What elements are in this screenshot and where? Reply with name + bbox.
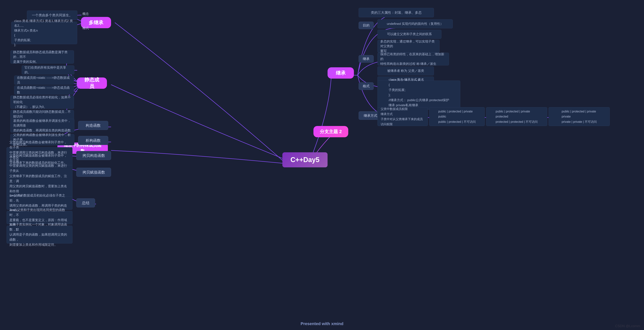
table-col0-text: 父类中数据成员权限 继承方式 子类中对从父类继承下来的成员访问权限 bbox=[381, 106, 425, 127]
sub-jicheng-label: 继承 bbox=[358, 55, 374, 63]
detail-gouzao: 基类的构造函数会被继承并调派生类中，先调用基 类的构造函数，再调用派生类的构造函… bbox=[10, 119, 74, 132]
mindmap-container: C++Day5 多继承 一个类由多个类共同派生。 class 类名:继承方式1 … bbox=[0, 0, 644, 330]
jicheng-jc2: 被继承者 称为 父类／基类 bbox=[378, 66, 434, 75]
mudi-1: undefined 实现代码的面向性（复用性） bbox=[378, 19, 453, 28]
sub-geshi-label: 格式 bbox=[358, 82, 374, 90]
static2-text: 它们在类的所有实例中是共享的。 bbox=[24, 65, 72, 75]
jicheng-jc1: 保持已有类的特性，在原来的基础上，增加新的 特性而构造出新类的过程 称 继承／派… bbox=[378, 53, 449, 65]
table-col2-text: public | protected | private protected p… bbox=[496, 109, 538, 124]
jicheng-table-col1: public | protected | private public publ… bbox=[429, 107, 485, 126]
sub-xigou: 析构函数 bbox=[78, 136, 108, 145]
footer-text: Presented with bbox=[301, 321, 331, 326]
watermark: CSDN @Lcomm bbox=[615, 324, 640, 328]
jingtai-1: 静态数据成员和静态成员函数是属于类的，而不 是属于类的实例。 bbox=[10, 50, 74, 64]
sub-zongji: 总结 bbox=[76, 198, 95, 207]
static1-text: 静态数据成员和静态成员函数是属于类的，而不 是属于类的实例。 bbox=[13, 50, 71, 64]
jicheng-sandaxing: 类的三大属性：封装、继承、多态 bbox=[358, 8, 434, 17]
jingtai-5: 静态数据成员必须在类外初始化，如果不初始化 （不建议），默认为0。 bbox=[10, 96, 74, 109]
jicheng-table-col3: public | protected | private private pri… bbox=[548, 107, 610, 126]
mudi-2: 可以建立父类和子类之间的联系 bbox=[378, 30, 442, 39]
zj3-text: 如果子类实例化一个对象，对象调用该函数，默 认调用是子类的函数，如果想调用父类的… bbox=[10, 222, 70, 247]
sub-kaobei-gouzao: 拷贝构造函数 bbox=[76, 151, 111, 160]
sub-mudi: 目的 bbox=[358, 22, 374, 29]
watermark-text: CSDN @Lcomm bbox=[615, 324, 640, 328]
mudi1-text: undefined 实现代码的面向性（复用性） bbox=[387, 21, 443, 26]
sub-kaobei-fuzhi: 拷贝赋值函数 bbox=[76, 168, 111, 177]
duojicheng-geshi: class 类名:继承方式1 类名1,继承方式2 类名2,..., 继承方式n … bbox=[11, 22, 77, 44]
jicheng-table-col2: public | protected | private protected p… bbox=[486, 107, 547, 126]
static4-text: 在成员函数前+static ----->静态成员函数 bbox=[17, 85, 71, 95]
jc2-text: 被继承者 称为 父类／基类 bbox=[387, 68, 424, 73]
branch-fenzhi2: 分支主题 2 bbox=[314, 126, 348, 137]
center-node: C++Day5 bbox=[282, 152, 328, 167]
mudi3-text: 多态的实现，通过继承，可以实现子类对父类的 重写 bbox=[380, 39, 437, 54]
jicheng-geshi-detail: class 类名 继承方式 类名 { 子类的拓展; }; //继承方式： pub… bbox=[378, 80, 460, 110]
footer-brand: xmind bbox=[331, 321, 343, 326]
jingtai-4: 在成员函数前+static ----->静态成员函数 bbox=[14, 86, 74, 95]
jingtai-2: 它们在类的所有实例中是共享的。 bbox=[22, 65, 74, 74]
label-geshi: 格式 bbox=[82, 26, 89, 30]
jc1-text: 保持已有类的特性，在原来的基础上，增加新的 特性而构造出新类的过程 称 继承／派… bbox=[380, 52, 446, 66]
text-geshi: class 类名:继承方式1 类名1,继承方式2 类名2,..., 继承方式n … bbox=[14, 19, 74, 47]
mudi-3: 多态的实现，通过继承，可以实现子类对父类的 重写 bbox=[378, 40, 440, 53]
table-col1-text: public | protected | private public publ… bbox=[438, 109, 476, 124]
gouzao-text: 基类的构造函数会被继承并调派生类中，先调用基 类的构造函数，再调用派生类的构造函… bbox=[13, 119, 72, 133]
static3-text: 在数据成员前+static ----->静态数据成员 bbox=[17, 75, 71, 85]
mudi2-text: 可以建立父类和子类之间的联系 bbox=[387, 32, 432, 37]
jingtai-3: 在数据成员前+static ----->静态数据成员 bbox=[14, 76, 74, 85]
table-col3-text: public | protected | private private pri… bbox=[562, 109, 596, 124]
branch-jicheng: 继承 bbox=[328, 67, 354, 79]
text-gainian: 一个类由多个类共同派生。 bbox=[32, 13, 72, 18]
branch-jingtai: 静态成员 bbox=[77, 77, 107, 89]
static5-text: 静态数据成员必须在类外初始化，如果不初始化 （不建议），默认为0。 bbox=[13, 95, 71, 109]
detail-zongji-3: 如果子类实例化一个对象，对象调用该函数，默 认调用是子类的函数，如果想调用父类的… bbox=[6, 226, 72, 243]
sub-gouzao: 构造函数 bbox=[78, 121, 108, 130]
sandaxing-text: 类的三大属性：封装、继承、多态 bbox=[371, 10, 422, 15]
jicheng-table-col0: 父类中数据成员权限 继承方式 子类中对从父类继承下来的成员访问权限 bbox=[378, 107, 428, 126]
footer: Presented with xmind bbox=[301, 321, 343, 326]
label-gainian: 概念 bbox=[82, 12, 89, 16]
